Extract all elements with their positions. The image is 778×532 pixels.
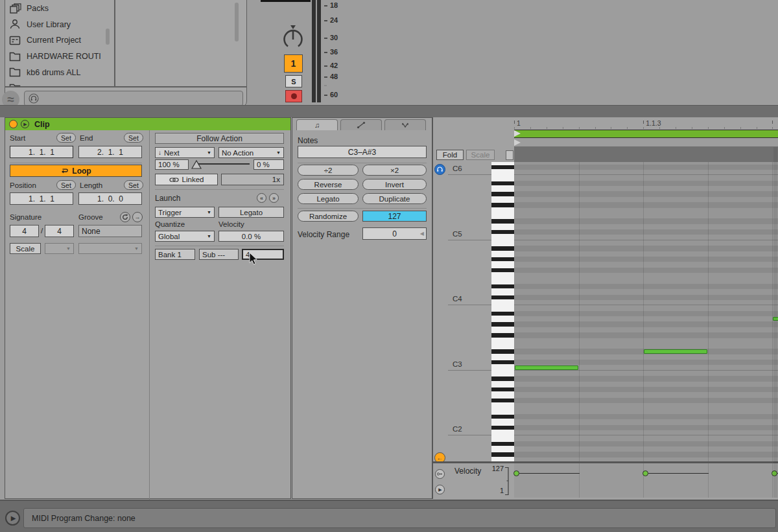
clip-start-field[interactable]: 1. 1. 1 xyxy=(10,146,73,158)
black-key[interactable] xyxy=(491,230,514,234)
scale-button[interactable]: Scale xyxy=(10,243,41,254)
velocity-lens-button[interactable] xyxy=(435,469,445,479)
black-key[interactable] xyxy=(491,322,514,326)
linked-button[interactable]: Linked xyxy=(155,174,218,185)
follow-action-b-dropdown[interactable]: No Action ▼ xyxy=(218,147,284,158)
tab-notes[interactable]: ♫ xyxy=(296,119,338,130)
signature-denominator-field[interactable]: 4 xyxy=(45,225,74,237)
black-key[interactable] xyxy=(491,360,514,364)
follow-chance-slider[interactable] xyxy=(191,159,251,170)
follow-multiplier-field[interactable]: 1x xyxy=(221,174,284,185)
quantize-dropdown[interactable]: Global ▼ xyxy=(155,231,215,242)
launch-mode-dropdown[interactable]: Trigger ▼ xyxy=(155,207,215,218)
black-key[interactable] xyxy=(491,399,514,402)
program-field[interactable]: 4 xyxy=(242,249,284,260)
signature-numerator-field[interactable]: 4 xyxy=(10,225,39,237)
black-key[interactable] xyxy=(491,387,514,391)
solo-button[interactable]: S xyxy=(285,75,302,87)
midi-note[interactable] xyxy=(515,365,578,370)
black-key[interactable] xyxy=(491,284,514,288)
black-key[interactable] xyxy=(491,165,514,169)
clip-length-field[interactable]: 1. 0. 0 xyxy=(78,192,142,205)
black-key[interactable] xyxy=(491,295,514,299)
beat-ruler[interactable]: 11.1.3 xyxy=(514,119,778,129)
browser-item[interactable]: HARDWARE ROUTI xyxy=(5,49,117,65)
black-key[interactable] xyxy=(491,452,514,456)
velocity-lane-toggle-button[interactable]: ▶ xyxy=(435,485,445,494)
midi-note[interactable] xyxy=(644,349,707,354)
black-key[interactable] xyxy=(491,181,514,185)
velocity-marker-stem[interactable] xyxy=(519,473,580,474)
clip-color-dot[interactable] xyxy=(9,120,18,128)
velocity-marker[interactable] xyxy=(513,470,519,476)
reverse-button[interactable]: Reverse xyxy=(298,179,359,190)
scale-name-dropdown[interactable]: ▼ xyxy=(78,243,142,254)
preview-headphones-button[interactable] xyxy=(434,164,445,175)
start-set-button[interactable]: Set xyxy=(56,133,76,143)
velocity-marker-stem[interactable] xyxy=(648,473,709,474)
scale-fold-button[interactable]: Scale xyxy=(466,150,495,160)
velocity-amount-field[interactable]: 0.0 % xyxy=(218,231,284,242)
follow-chance-b-field[interactable]: 0 % xyxy=(253,159,284,170)
black-key[interactable] xyxy=(491,268,514,272)
black-key[interactable] xyxy=(491,442,514,446)
halve-time-button[interactable]: ÷2 xyxy=(298,165,359,176)
black-key[interactable] xyxy=(491,312,514,316)
piano-keyboard[interactable] xyxy=(491,162,514,462)
tab-envelopes[interactable] xyxy=(340,119,382,130)
clip-end-field[interactable]: 2. 1. 1 xyxy=(78,146,142,158)
start-marker-lane[interactable] xyxy=(514,138,778,147)
note-range-field[interactable]: C3–A#3 xyxy=(298,146,427,158)
scroll-band[interactable] xyxy=(514,147,778,162)
browser-list-scrollbar[interactable] xyxy=(106,29,110,45)
clip-position-field[interactable]: 1. 1. 1 xyxy=(10,192,73,205)
black-key[interactable] xyxy=(491,257,514,261)
next-clip-button[interactable]: » xyxy=(269,193,279,203)
browser-preview-bar[interactable] xyxy=(24,91,243,106)
browser-item[interactable] xyxy=(5,80,117,86)
groove-commit-button[interactable]: → xyxy=(132,212,143,222)
grid-scrollbar[interactable] xyxy=(773,147,777,498)
browser-item[interactable]: Packs xyxy=(5,1,117,17)
loop-button[interactable]: Loop xyxy=(10,165,142,177)
groove-chooser[interactable]: None xyxy=(78,225,142,237)
tab-expression[interactable] xyxy=(384,119,426,130)
velocity-lane[interactable] xyxy=(514,463,778,498)
status-play-button[interactable]: ▶ xyxy=(5,511,20,526)
browser-content-scrollbar[interactable] xyxy=(235,3,239,41)
sub-bank-field[interactable]: Sub --- xyxy=(199,249,239,260)
black-key[interactable] xyxy=(491,333,514,337)
invert-button[interactable]: Invert xyxy=(362,179,427,190)
legato-button[interactable]: Legato xyxy=(218,207,284,218)
track-activator-button[interactable]: 1 xyxy=(284,54,303,73)
black-key[interactable] xyxy=(491,415,514,419)
browser-item[interactable]: User Library xyxy=(5,17,117,33)
arm-record-button[interactable] xyxy=(285,90,302,102)
double-time-button[interactable]: ×2 xyxy=(362,165,427,176)
pan-knob[interactable] xyxy=(280,23,306,51)
velocity-range-field[interactable]: 0 ◀ xyxy=(362,227,427,240)
groove-hotswap-button[interactable] xyxy=(120,212,130,222)
randomize-button[interactable]: Randomize xyxy=(298,211,359,222)
velocity-marker[interactable] xyxy=(642,470,648,476)
black-key[interactable] xyxy=(491,426,514,430)
black-key[interactable] xyxy=(491,203,514,207)
fold-button[interactable]: Fold xyxy=(436,150,464,160)
follow-action-header[interactable]: Follow Action xyxy=(155,133,284,144)
prev-clip-button[interactable]: « xyxy=(257,193,266,203)
randomize-value-field[interactable]: 127 xyxy=(362,211,427,222)
status-message-field[interactable]: MIDI Program Change: none xyxy=(23,508,776,528)
black-key[interactable] xyxy=(491,376,514,380)
black-key[interactable] xyxy=(491,192,514,196)
black-key[interactable] xyxy=(491,246,514,250)
follow-action-a-dropdown[interactable]: ↓ Next ▼ xyxy=(155,147,215,158)
note-grid[interactable] xyxy=(514,162,778,462)
duplicate-button[interactable]: Duplicate xyxy=(362,193,427,204)
clip-start-marker[interactable] xyxy=(514,139,521,146)
clip-launch-button[interactable]: ▶ xyxy=(21,120,29,128)
position-set-button[interactable]: Set xyxy=(56,180,76,190)
browser-item[interactable]: kb6 drums ALL xyxy=(5,64,117,80)
black-key[interactable] xyxy=(491,219,514,223)
loop-brace[interactable] xyxy=(514,130,778,139)
black-key[interactable] xyxy=(491,349,514,353)
